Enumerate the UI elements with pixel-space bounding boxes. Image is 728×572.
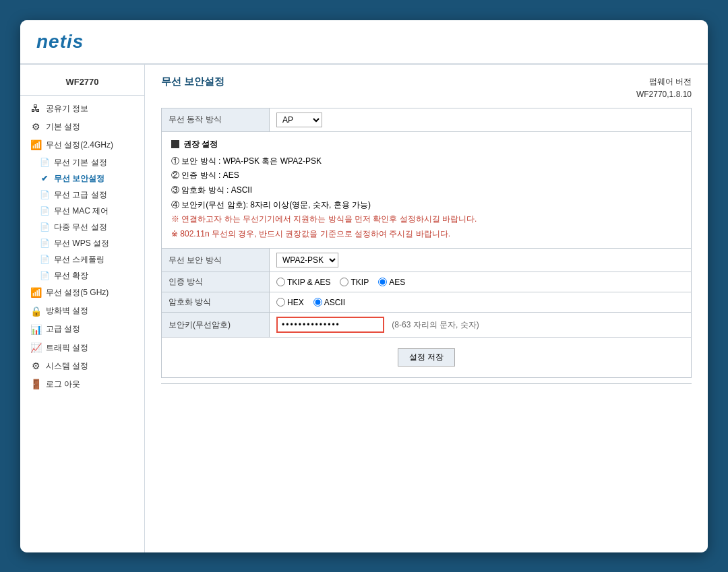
auth-tkip-aes-radio[interactable] xyxy=(276,278,285,286)
doc-icon-3: 📄 xyxy=(39,205,50,216)
auth-tkip-aes-text: TKIP & AES xyxy=(287,278,330,287)
enc-ascii-label[interactable]: ASCII xyxy=(313,298,345,307)
firmware-version: WF2770,1.8.10 xyxy=(636,88,692,101)
doc-icon-5: 📄 xyxy=(39,238,50,249)
sidebar-label-wireless-24: 무선 설정(2.4GHz) xyxy=(46,139,113,152)
sidebar-item-wireless-schedule[interactable]: 📄 무선 스케폴링 xyxy=(20,251,144,267)
sidebar-item-advanced[interactable]: 📊 고급 설정 xyxy=(20,320,144,338)
auth-method-label: 인증 방식 xyxy=(162,272,270,292)
recommendation-cell: 권장 설정 ① 보안 방식 : WPA-PSK 혹은 WPA2-PSK ② 인증… xyxy=(162,131,692,249)
auth-tkip-text: TKIP xyxy=(351,278,369,287)
sidebar-item-wireless-security[interactable]: ✔ 무선 보안설정 xyxy=(20,170,144,187)
sidebar-label-basic-settings: 기본 설정 xyxy=(46,121,80,133)
sidebar-item-basic-settings[interactable]: ⚙ 기본 설정 xyxy=(20,118,144,136)
recommendation-title: 권장 설정 xyxy=(171,139,681,150)
sidebar-item-traffic[interactable]: 📈 트래픽 설정 xyxy=(20,339,144,357)
sidebar-item-wireless-24[interactable]: 📶 무선 설정(2.4GHz) xyxy=(20,136,144,154)
auth-tkip-aes-label[interactable]: TKIP & AES xyxy=(276,278,330,287)
security-method-label: 무선 보안 방식 xyxy=(162,249,270,272)
firmware-label: 펌웨어 버전 xyxy=(636,75,692,88)
encryption-row: 암호화 방식 HEX ASCII xyxy=(162,292,692,313)
bullet-icon xyxy=(171,140,179,148)
rec-note-2: ※ 802.11n 무선의 경우, 반드시 권장값을 기준으로 설정하여 주시길… xyxy=(171,227,681,242)
sidebar-item-wireless-extend[interactable]: 📄 무선 확장 xyxy=(20,267,144,284)
form-table: 무선 동작 방식 AP Station Bridge xyxy=(161,108,692,379)
sidebar-label-wireless-wps: 무선 WPS 설정 xyxy=(54,237,109,249)
sidebar-item-firewall[interactable]: 🔒 방화벽 설정 xyxy=(20,302,144,320)
advanced-icon: 📊 xyxy=(30,323,42,336)
rec-item-1: ① 보안 방식 : WPA-PSK 혹은 WPA2-PSK xyxy=(171,154,681,169)
doc-icon-6: 📄 xyxy=(39,254,50,265)
doc-icon-2: 📄 xyxy=(39,189,50,200)
enc-hex-label[interactable]: HEX xyxy=(276,298,304,307)
operation-mode-label: 무선 동작 방식 xyxy=(162,108,270,131)
auth-tkip-label[interactable]: TKIP xyxy=(340,278,369,287)
header: netis xyxy=(20,20,708,65)
sidebar-item-wireless-basic[interactable]: 📄 무선 기본 설정 xyxy=(20,154,144,170)
password-label: 보안키(무선암호) xyxy=(162,313,270,338)
auth-aes-text: AES xyxy=(389,278,405,287)
enc-hex-text: HEX xyxy=(287,298,304,307)
sidebar-label-wireless-5: 무선 설정(5 GHz) xyxy=(46,286,109,299)
firmware-block: 펌웨어 버전 WF2770,1.8.10 xyxy=(636,75,692,101)
encryption-value: HEX ASCII xyxy=(270,292,692,313)
rec-item-2: ② 인증 방식 : AES xyxy=(171,168,681,183)
auth-method-row: 인증 방식 TKIP & AES TKIP xyxy=(162,272,692,292)
password-value: (8-63 자리의 문자, 숫자) xyxy=(270,313,692,338)
sidebar-label-network-status: 공유기 정보 xyxy=(46,102,88,115)
rec-item-4: ④ 보안키(무선 암호): 8자리 이상(영문, 숫자, 혼용 가능) xyxy=(171,198,681,213)
save-cell: 설정 저장 xyxy=(162,338,692,378)
security-method-value: WPA2-PSK WPA-PSK WEP None xyxy=(270,249,692,272)
system-icon: ⚙ xyxy=(30,360,42,372)
sidebar-model: WF2770 xyxy=(20,71,144,96)
operation-mode-row: 무선 동작 방식 AP Station Bridge xyxy=(162,108,692,131)
doc-icon-1: 📄 xyxy=(39,157,50,168)
sidebar-item-multi-wireless[interactable]: 📄 다중 무선 설정 xyxy=(20,219,144,235)
password-input[interactable] xyxy=(276,317,384,333)
main-container: netis WF2770 🖧 공유기 정보 ⚙ 기본 설정 📶 무선 설정(2.… xyxy=(0,0,728,572)
auth-aes-label[interactable]: AES xyxy=(378,278,405,287)
sidebar-item-system[interactable]: ⚙ 시스템 설정 xyxy=(20,357,144,375)
sidebar-label-wireless-mac: 무선 MAC 제어 xyxy=(54,205,109,217)
doc-icon-4: 📄 xyxy=(39,222,50,232)
sidebar-label-multi-wireless: 다중 무선 설정 xyxy=(54,221,107,233)
content-top: 무선 보안설정 펌웨어 버전 WF2770,1.8.10 xyxy=(161,75,692,101)
operation-mode-select[interactable]: AP Station Bridge xyxy=(276,113,322,127)
security-method-row: 무선 보안 방식 WPA2-PSK WPA-PSK WEP None xyxy=(162,249,692,272)
auth-tkip-radio[interactable] xyxy=(340,278,348,286)
sidebar-item-wireless-advanced[interactable]: 📄 무선 고급 설정 xyxy=(20,187,144,203)
content-area: WF2770 🖧 공유기 정보 ⚙ 기본 설정 📶 무선 설정(2.4GHz) … xyxy=(20,65,708,552)
window: netis WF2770 🖧 공유기 정보 ⚙ 기본 설정 📶 무선 설정(2.… xyxy=(20,20,708,552)
encryption-label: 암호화 방식 xyxy=(162,292,270,313)
traffic-icon: 📈 xyxy=(30,342,42,354)
sidebar-item-wireless-5[interactable]: 📶 무선 설정(5 GHz) xyxy=(20,284,144,302)
sidebar-item-wireless-mac[interactable]: 📄 무선 MAC 제어 xyxy=(20,203,144,219)
page-title: 무선 보안설정 xyxy=(161,75,224,92)
sidebar-label-wireless-advanced: 무선 고급 설정 xyxy=(54,189,107,201)
security-method-select[interactable]: WPA2-PSK WPA-PSK WEP None xyxy=(276,253,338,267)
sidebar-label-logout: 로그 아웃 xyxy=(46,378,80,391)
encryption-radio-group: HEX ASCII xyxy=(276,298,684,307)
enc-hex-radio[interactable] xyxy=(276,298,285,307)
password-row: 보안키(무선암호) (8-63 자리의 문자, 숫자) xyxy=(162,313,692,338)
sidebar-label-system: 시스템 설정 xyxy=(46,360,88,373)
sidebar-item-network-status[interactable]: 🖧 공유기 정보 xyxy=(20,100,144,118)
sidebar: WF2770 🖧 공유기 정보 ⚙ 기본 설정 📶 무선 설정(2.4GHz) … xyxy=(20,65,145,552)
save-row: 설정 저장 xyxy=(162,338,692,378)
wireless-5-icon: 📶 xyxy=(30,287,42,299)
operation-mode-value: AP Station Bridge xyxy=(270,108,692,131)
auth-radio-group: TKIP & AES TKIP AES xyxy=(276,278,684,287)
settings-icon: ⚙ xyxy=(30,121,42,133)
sidebar-label-wireless-schedule: 무선 스케폴링 xyxy=(54,253,104,265)
auth-aes-radio[interactable] xyxy=(378,278,387,286)
logo: netis xyxy=(36,31,692,53)
sidebar-item-wireless-wps[interactable]: 📄 무선 WPS 설정 xyxy=(20,235,144,251)
network-icon: 🖧 xyxy=(30,102,42,115)
sidebar-item-logout[interactable]: 🚪 로그 아웃 xyxy=(20,375,144,393)
check-icon: ✔ xyxy=(39,173,50,184)
enc-ascii-radio[interactable] xyxy=(313,298,322,307)
save-button[interactable]: 설정 저장 xyxy=(398,348,455,367)
sidebar-label-traffic: 트래픽 설정 xyxy=(46,342,88,354)
recommendation-row: 권장 설정 ① 보안 방식 : WPA-PSK 혹은 WPA2-PSK ② 인증… xyxy=(162,131,692,249)
doc-icon-7: 📄 xyxy=(39,270,50,281)
